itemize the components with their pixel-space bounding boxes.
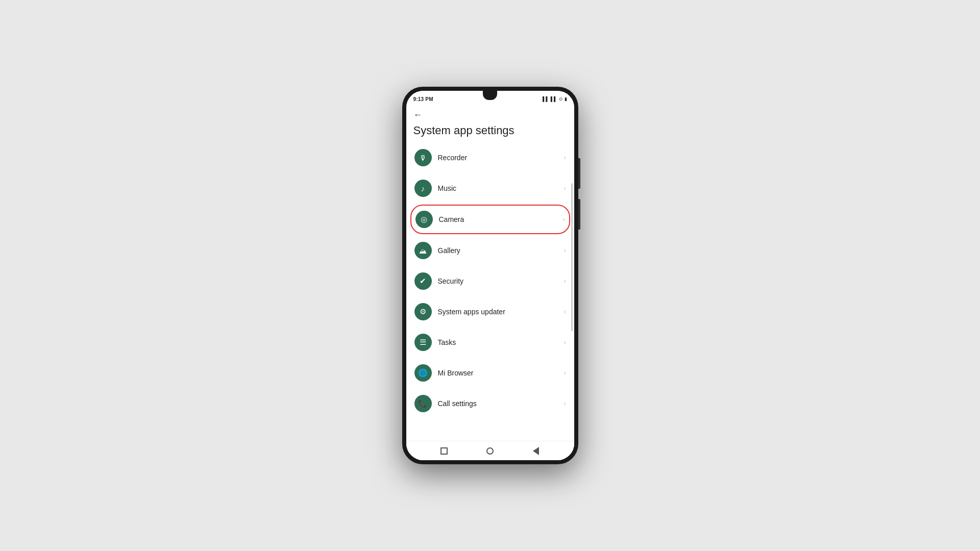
- music-icon: ♪: [414, 180, 432, 197]
- bottom-nav: [406, 441, 574, 460]
- music-label: Music: [438, 184, 564, 192]
- list-item-camera[interactable]: ◎ Camera ›: [410, 205, 570, 234]
- page-title: System app settings: [406, 122, 574, 142]
- camera-label: Camera: [439, 215, 563, 223]
- gallery-label: Gallery: [438, 246, 564, 255]
- nav-back-button[interactable]: [529, 444, 543, 458]
- phone-screen: 9:13 PM ▌▌ ▌▌ ⊙ ▮ ← System app settings …: [406, 91, 574, 460]
- system-apps-updater-icon: ⚙: [414, 303, 432, 320]
- settings-list: 🎙 Recorder › ♪ Music › ◎ Camera ›: [406, 142, 574, 441]
- tasks-icon: ☰: [414, 334, 432, 351]
- gallery-icon: ⛰: [414, 242, 432, 259]
- status-time: 9:13 PM: [413, 96, 433, 102]
- call-settings-label: Call settings: [438, 399, 564, 408]
- call-settings-chevron: ›: [564, 400, 566, 407]
- mi-browser-icon: 🌐: [414, 364, 432, 382]
- signal-icon: ▌▌: [543, 96, 549, 102]
- tasks-label: Tasks: [438, 338, 564, 346]
- list-item-tasks[interactable]: ☰ Tasks ›: [410, 327, 570, 358]
- list-item-call-settings[interactable]: 📞 Call settings ›: [410, 388, 570, 419]
- list-item-gallery[interactable]: ⛰ Gallery ›: [410, 235, 570, 266]
- status-icons: ▌▌ ▌▌ ⊙ ▮: [543, 96, 567, 102]
- tasks-chevron: ›: [564, 339, 566, 346]
- phone-device: 9:13 PM ▌▌ ▌▌ ⊙ ▮ ← System app settings …: [402, 87, 578, 464]
- security-chevron: ›: [564, 278, 566, 285]
- circle-icon: [486, 447, 494, 455]
- recorder-chevron: ›: [564, 154, 566, 161]
- list-item-music[interactable]: ♪ Music ›: [410, 173, 570, 204]
- recorder-icon: 🎙: [414, 149, 432, 166]
- mi-browser-chevron: ›: [564, 369, 566, 377]
- gallery-chevron: ›: [564, 247, 566, 254]
- system-apps-updater-label: System apps updater: [438, 308, 564, 316]
- camera-icon: ◎: [415, 211, 433, 228]
- screen-content: ← System app settings 🎙 Recorder › ♪ Mus…: [406, 105, 574, 460]
- security-icon: ✔: [414, 272, 432, 290]
- wifi-icon: ⊙: [559, 96, 563, 102]
- security-label: Security: [438, 277, 564, 285]
- list-item-recorder[interactable]: 🎙 Recorder ›: [410, 142, 570, 173]
- nav-home-button[interactable]: [483, 444, 497, 458]
- battery-icon: ▮: [565, 96, 567, 102]
- mi-browser-label: Mi Browser: [438, 369, 564, 377]
- recorder-label: Recorder: [438, 154, 564, 162]
- list-item-system-apps-updater[interactable]: ⚙ System apps updater ›: [410, 296, 570, 327]
- square-icon: [440, 447, 448, 455]
- camera-chevron: ›: [563, 216, 565, 223]
- top-nav: ←: [406, 105, 574, 122]
- list-item-security[interactable]: ✔ Security ›: [410, 266, 570, 296]
- nav-square-button[interactable]: [437, 444, 451, 458]
- list-item-mi-browser[interactable]: 🌐 Mi Browser ›: [410, 358, 570, 388]
- signal2-icon: ▌▌: [551, 96, 557, 102]
- system-apps-updater-chevron: ›: [564, 308, 566, 315]
- call-settings-icon: 📞: [414, 395, 432, 412]
- back-button[interactable]: ←: [413, 110, 423, 119]
- music-chevron: ›: [564, 185, 566, 192]
- triangle-icon: [533, 447, 539, 455]
- scroll-indicator: [571, 183, 573, 331]
